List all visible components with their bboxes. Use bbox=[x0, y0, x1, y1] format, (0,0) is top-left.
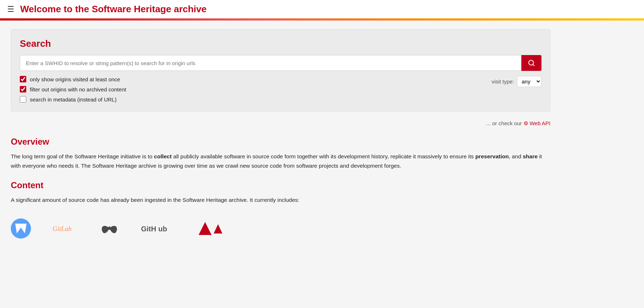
checkbox-archived-input[interactable] bbox=[20, 86, 26, 92]
overview-text: The long term goal of the Software Herit… bbox=[11, 152, 550, 170]
github-text-svg: GitH ub bbox=[141, 222, 177, 235]
svg-text:ub: ub bbox=[158, 225, 167, 233]
logo-github: GitH ub bbox=[141, 222, 177, 235]
checkboxes-col: only show origins visited at least once … bbox=[20, 76, 126, 103]
gear-icon: ⚙ bbox=[523, 120, 528, 126]
logo-gitlab: GitLab bbox=[53, 222, 78, 235]
visit-type-select[interactable]: any git svn hg ftp pypi npm bbox=[517, 76, 541, 87]
checkbox-archived[interactable]: filter out origins with no archived cont… bbox=[20, 86, 126, 92]
share-bold: share bbox=[523, 153, 538, 159]
checkbox-metadata-input[interactable] bbox=[20, 96, 26, 103]
svg-line-1 bbox=[533, 64, 534, 66]
search-button[interactable] bbox=[521, 55, 541, 71]
gitlab-svg: GitLab bbox=[53, 222, 78, 235]
svg-point-3 bbox=[108, 226, 110, 230]
logo-bitbucket bbox=[11, 218, 31, 239]
collect-bold: collect bbox=[154, 153, 172, 159]
bitbucket-svg bbox=[14, 222, 27, 235]
content-title: Content bbox=[11, 180, 550, 190]
webapi-row: ... or check our ⚙ Web API bbox=[11, 120, 550, 127]
logo-strip: GitLab GitH ub bbox=[11, 215, 550, 239]
preservation-bold: preservation bbox=[475, 153, 509, 159]
search-input[interactable] bbox=[20, 55, 521, 71]
checkbox-visited[interactable]: only show origins visited at least once bbox=[20, 76, 126, 82]
webapi-link[interactable]: ⚙ Web API bbox=[523, 120, 550, 126]
checkbox-metadata[interactable]: search in metadata (instead of URL) bbox=[20, 96, 126, 103]
triangle-large bbox=[199, 222, 212, 235]
search-input-row bbox=[20, 55, 541, 71]
svg-text:GitLab: GitLab bbox=[53, 225, 72, 232]
bird-svg bbox=[99, 221, 119, 236]
overview-title: Overview bbox=[11, 137, 550, 147]
search-section: Search only show origins visited at leas… bbox=[11, 29, 550, 112]
content-text: A significant amount of source code has … bbox=[11, 195, 550, 205]
logo-triangles bbox=[199, 222, 222, 235]
search-icon bbox=[528, 59, 535, 67]
svg-text:GitH: GitH bbox=[141, 225, 156, 233]
overview-text-before: The long term goal of the Software Herit… bbox=[11, 153, 154, 159]
visit-type-row: visit type: any git svn hg ftp pypi npm bbox=[491, 76, 541, 87]
overview-text-mid: all publicly available software in sourc… bbox=[172, 153, 475, 159]
page-title: Welcome to the Software Heritage archive bbox=[20, 4, 207, 15]
hamburger-icon[interactable]: ☰ bbox=[7, 5, 14, 14]
checkbox-visited-input[interactable] bbox=[20, 76, 26, 82]
overview-section: Overview The long term goal of the Softw… bbox=[11, 137, 550, 170]
logo-bird bbox=[99, 221, 119, 236]
webapi-prefix: ... or check our bbox=[486, 120, 523, 126]
overview-text-and: , and bbox=[509, 153, 523, 159]
checkbox-archived-label: filter out origins with no archived cont… bbox=[30, 86, 126, 92]
checkbox-metadata-label: search in metadata (instead of URL) bbox=[30, 96, 117, 103]
filters-area: only show origins visited at least once … bbox=[20, 76, 541, 103]
webapi-link-text: Web API bbox=[530, 120, 550, 126]
content-section: Content A significant amount of source c… bbox=[11, 180, 550, 239]
bitbucket-logo-icon bbox=[11, 218, 31, 239]
header: ☰ Welcome to the Software Heritage archi… bbox=[0, 0, 644, 19]
triangle-small bbox=[214, 224, 222, 234]
main-content: Search only show origins visited at leas… bbox=[0, 21, 561, 247]
visit-type-label: visit type: bbox=[491, 78, 514, 85]
checkbox-visited-label: only show origins visited at least once bbox=[30, 76, 120, 82]
search-title: Search bbox=[20, 38, 541, 49]
